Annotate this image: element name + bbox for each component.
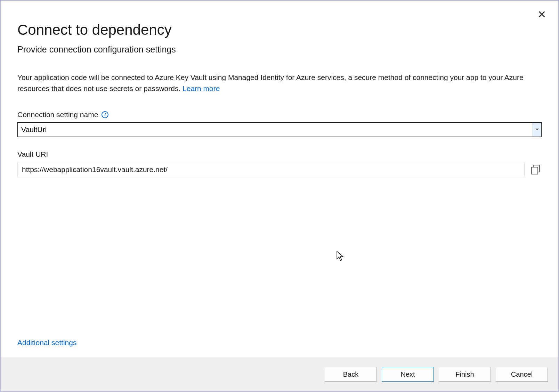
dialog-footer: Back Next Finish Cancel	[1, 357, 558, 391]
dialog-description: Your application code will be connected …	[17, 72, 542, 94]
vault-uri-row	[17, 162, 542, 177]
cancel-button[interactable]: Cancel	[496, 367, 548, 382]
copy-icon	[530, 164, 541, 175]
connection-name-field: Connection setting name i	[17, 111, 542, 137]
chevron-down-icon	[535, 129, 539, 131]
copy-button[interactable]	[530, 164, 542, 175]
dialog-content: Connect to dependency Provide connection…	[1, 1, 558, 357]
connect-dependency-dialog: ✕ Connect to dependency Provide connecti…	[0, 0, 559, 392]
connection-name-label: Connection setting name	[17, 111, 98, 119]
connection-name-dropdown-button[interactable]	[533, 123, 541, 137]
vault-uri-label-row: Vault URI	[17, 150, 542, 158]
connection-name-combo	[17, 122, 542, 137]
next-button[interactable]: Next	[382, 367, 434, 382]
connection-name-label-row: Connection setting name i	[17, 111, 542, 119]
vault-uri-label: Vault URI	[17, 150, 48, 158]
vault-uri-input[interactable]	[17, 162, 525, 177]
svg-rect-1	[532, 167, 538, 174]
close-button[interactable]: ✕	[534, 8, 550, 22]
description-text: Your application code will be connected …	[17, 73, 524, 92]
dialog-subtitle: Provide connection configuration setting…	[17, 44, 542, 55]
close-icon: ✕	[537, 9, 546, 20]
dialog-title: Connect to dependency	[17, 22, 542, 38]
finish-button[interactable]: Finish	[439, 367, 491, 382]
vault-uri-field: Vault URI	[17, 150, 542, 177]
additional-settings-link[interactable]: Additional settings	[17, 338, 76, 347]
learn-more-link[interactable]: Learn more	[183, 84, 220, 92]
back-button[interactable]: Back	[325, 367, 377, 382]
info-icon[interactable]: i	[102, 111, 108, 118]
connection-name-input[interactable]	[18, 123, 533, 137]
